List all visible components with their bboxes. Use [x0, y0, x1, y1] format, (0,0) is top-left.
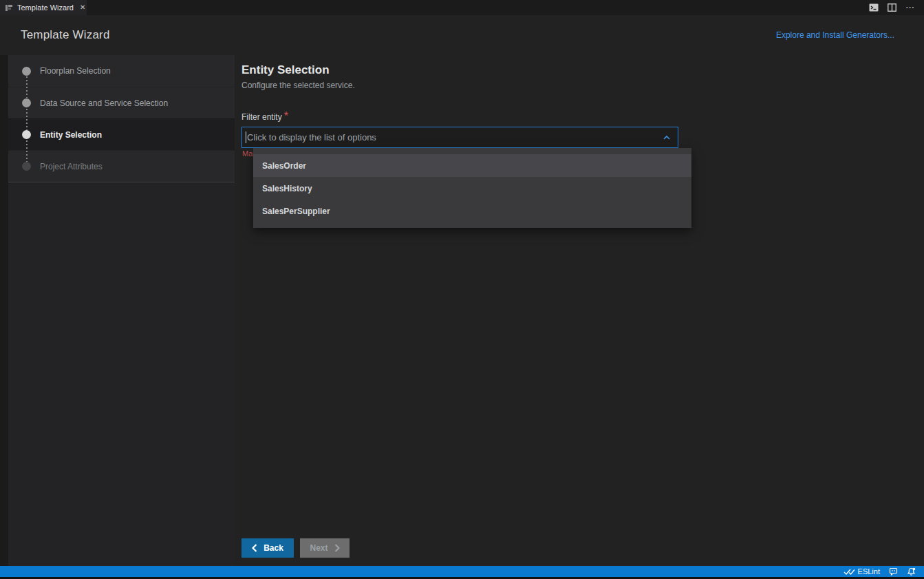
more-actions-icon[interactable]: ⋯	[905, 4, 915, 11]
page-title: Template Wizard	[21, 28, 110, 42]
step-label: Floorplan Selection	[40, 66, 111, 76]
eslint-status[interactable]: ESLint	[844, 567, 880, 576]
double-check-icon	[844, 568, 855, 576]
step-dot-active	[22, 130, 31, 139]
field-label-row: Filter entity*	[241, 110, 678, 123]
step-label: Project Attributes	[40, 162, 103, 171]
next-button[interactable]: Next	[300, 538, 350, 558]
section-title: Entity Selection	[241, 63, 924, 77]
page-header: Template Wizard Explore and Install Gene…	[0, 15, 924, 55]
step-entity-selection[interactable]: Entity Selection	[8, 118, 235, 150]
step-project-attributes[interactable]: Project Attributes	[8, 150, 235, 182]
eslint-label: ESLint	[858, 567, 880, 576]
bell-dot-icon[interactable]	[907, 567, 916, 576]
chevron-right-icon	[334, 544, 340, 552]
wizard-stepper: Floorplan Selection Data Source and Serv…	[8, 55, 235, 566]
status-bar: ESLint	[0, 566, 924, 577]
section-subtitle: Configure the selected service.	[241, 81, 924, 90]
wizard-content: Entity Selection Configure the selected …	[235, 55, 924, 566]
close-icon[interactable]: ✕	[80, 4, 85, 11]
editor-actions: ⋯	[869, 3, 924, 12]
feedback-icon[interactable]	[889, 567, 898, 576]
explore-generators-link[interactable]: Explore and Install Generators...	[776, 30, 894, 40]
tab-title: Template Wizard	[17, 3, 74, 12]
wizard-nav-buttons: Back Next	[241, 538, 350, 558]
step-floorplan-selection[interactable]: Floorplan Selection	[8, 55, 235, 87]
chevron-up-icon[interactable]	[663, 135, 671, 140]
option-salesorder[interactable]: SalesOrder	[253, 154, 691, 177]
text-caret	[246, 131, 246, 143]
filter-entity-input[interactable]	[242, 127, 678, 147]
wizard-steps: Floorplan Selection Data Source and Serv…	[8, 55, 235, 182]
step-label: Entity Selection	[40, 130, 102, 140]
required-asterisk: *	[284, 110, 288, 122]
left-gutter	[0, 55, 8, 566]
next-button-label: Next	[310, 543, 327, 553]
step-connector	[26, 140, 28, 162]
step-dot-completed	[22, 67, 31, 76]
step-dot-pending	[22, 162, 31, 171]
tab-template-wizard[interactable]: Template Wizard ✕	[0, 0, 87, 15]
filter-entity-combobox	[241, 127, 678, 148]
editor-tab-bar: Template Wizard ✕ ⋯	[0, 0, 924, 15]
terminal-icon[interactable]	[869, 3, 879, 12]
webview-icon	[5, 3, 13, 12]
filter-entity-field: Filter entity* Mandatory field SalesOrde…	[241, 110, 678, 148]
step-label: Data Source and Service Selection	[40, 98, 168, 108]
back-button-label: Back	[264, 543, 283, 553]
main-area: Floorplan Selection Data Source and Serv…	[0, 55, 924, 566]
back-button[interactable]: Back	[241, 538, 294, 558]
step-data-source-service[interactable]: Data Source and Service Selection	[8, 87, 235, 118]
chevron-left-icon	[252, 544, 257, 552]
option-salespersupplier[interactable]: SalesPerSupplier	[253, 200, 691, 222]
split-editor-icon[interactable]	[888, 3, 896, 12]
step-connector	[26, 76, 28, 98]
field-label: Filter entity	[241, 112, 282, 122]
entity-options-dropdown: SalesOrder SalesHistory SalesPerSupplier	[253, 148, 691, 228]
option-saleshistory[interactable]: SalesHistory	[253, 177, 691, 200]
step-dot-completed	[22, 98, 31, 107]
step-connector	[26, 109, 28, 130]
